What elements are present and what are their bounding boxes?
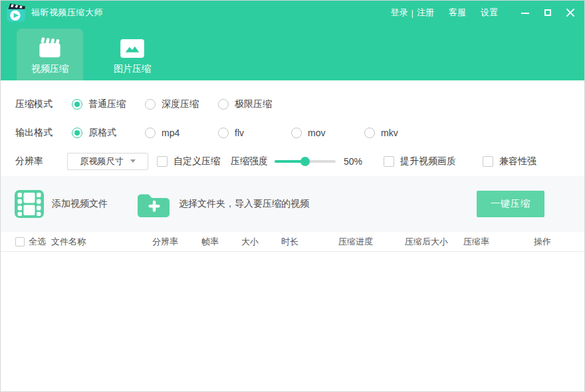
maximize-button[interactable] — [543, 8, 552, 17]
radio-option-normal-compression[interactable]: 普通压缩 — [72, 98, 145, 110]
register-link[interactable]: 注册 — [417, 7, 434, 19]
strength-value: 50% — [344, 156, 366, 167]
close-button[interactable] — [566, 8, 575, 17]
add-folder-button[interactable]: 选择文件夹，导入要压缩的视频 — [136, 189, 309, 219]
film-strip-icon — [14, 189, 45, 219]
title-bar: 福昕视频压缩大师 登录 | 注册 客服 设置 — [1, 1, 584, 25]
radio-icon[interactable] — [364, 128, 375, 138]
tab-label: 图片压缩 — [114, 63, 151, 75]
radio-option-mp4[interactable]: mp4 — [145, 128, 218, 138]
radio-icon[interactable] — [72, 128, 82, 138]
select-all-label: 全选 — [29, 236, 46, 248]
output-format-label: 输出格式 — [15, 127, 72, 139]
app-logo-icon — [6, 2, 26, 23]
strength-slider-handle[interactable] — [300, 157, 310, 166]
compression-mode-label: 压缩模式 — [15, 98, 72, 110]
resolution-row: 分辨率 原视频尺寸 自定义压缩 压缩强度 50% 提升视频画质 — [1, 147, 584, 175]
column-duration: 时长 — [281, 236, 298, 248]
folder-plus-icon — [136, 189, 172, 219]
minimize-button[interactable] — [521, 8, 530, 17]
minimize-icon — [521, 13, 529, 14]
chevron-down-icon — [130, 159, 136, 163]
radio-icon[interactable] — [145, 99, 156, 110]
add-folder-label: 选择文件夹，导入要压缩的视频 — [179, 198, 309, 210]
column-action: 操作 — [534, 236, 551, 248]
column-filename: 文件名称 — [51, 236, 86, 248]
app-title: 福昕视频压缩大师 — [31, 7, 103, 19]
settings-panel: 压缩模式 普通压缩 深度压缩 极限压缩 输出格式 原格式 mp4 — [1, 80, 584, 175]
settings-link[interactable]: 设置 — [481, 7, 498, 19]
clapperboard-icon — [37, 37, 62, 58]
checkbox-icon[interactable] — [384, 156, 394, 167]
import-band: 添加视频文件 选择文件夹，导入要压缩的视频 一键压缩 — [1, 176, 584, 232]
strength-slider[interactable] — [275, 160, 336, 163]
image-icon — [120, 37, 145, 58]
select-all-checkbox[interactable] — [15, 237, 25, 246]
file-table-header: 全选 文件名称 分辨率 帧率 大小 时长 压缩进度 压缩后大小 压缩率 操作 — [1, 232, 584, 252]
tab-bar: 视频压缩 图片压缩 — [1, 25, 584, 80]
radio-option-original-format[interactable]: 原格式 — [72, 127, 145, 139]
column-size: 大小 — [241, 236, 259, 248]
login-register-divider: | — [411, 8, 413, 18]
tab-video-compression[interactable]: 视频压缩 — [17, 29, 83, 80]
one-click-compress-button[interactable]: 一键压缩 — [477, 191, 544, 217]
file-table-body-empty — [1, 252, 584, 373]
resolution-label: 分辨率 — [15, 155, 67, 167]
app-window: 福昕视频压缩大师 登录 | 注册 客服 设置 — [0, 0, 585, 392]
radio-icon[interactable] — [218, 128, 229, 138]
checkbox-icon[interactable] — [483, 156, 493, 167]
radio-icon[interactable] — [218, 99, 229, 110]
radio-option-extreme-compression[interactable]: 极限压缩 — [218, 98, 291, 110]
radio-icon[interactable] — [291, 128, 302, 138]
radio-icon[interactable] — [72, 99, 82, 110]
radio-icon[interactable] — [145, 128, 156, 138]
custom-compression-checkbox[interactable]: 自定义压缩 — [157, 155, 220, 167]
compatibility-checkbox[interactable]: 兼容性强 — [483, 155, 536, 167]
radio-option-mov[interactable]: mov — [291, 128, 364, 138]
radio-option-deep-compression[interactable]: 深度压缩 — [145, 98, 218, 110]
output-format-row: 输出格式 原格式 mp4 flv mov mkv — [1, 118, 584, 147]
strength-slider-fill — [275, 160, 305, 163]
maximize-icon — [544, 9, 551, 16]
tab-label: 视频压缩 — [31, 63, 68, 75]
tab-image-compression[interactable]: 图片压缩 — [99, 29, 166, 80]
checkbox-icon[interactable] — [157, 156, 168, 167]
login-link[interactable]: 登录 — [391, 7, 408, 19]
column-size-after: 压缩后大小 — [405, 236, 448, 248]
resolution-dropdown[interactable]: 原视频尺寸 — [67, 153, 148, 170]
radio-option-mkv[interactable]: mkv — [364, 128, 437, 138]
strength-label: 压缩强度 — [231, 155, 268, 167]
column-ratio: 压缩率 — [463, 236, 489, 248]
resolution-dropdown-value: 原视频尺寸 — [80, 155, 124, 167]
add-video-files-button[interactable]: 添加视频文件 — [14, 189, 108, 219]
support-link[interactable]: 客服 — [449, 7, 466, 19]
compression-mode-row: 压缩模式 普通压缩 深度压缩 极限压缩 — [1, 90, 584, 118]
column-progress: 压缩进度 — [338, 236, 373, 248]
add-video-files-label: 添加视频文件 — [52, 198, 108, 210]
column-framerate: 帧率 — [201, 236, 219, 248]
radio-option-flv[interactable]: flv — [218, 128, 291, 138]
improve-quality-checkbox[interactable]: 提升视频画质 — [384, 155, 456, 167]
column-resolution: 分辨率 — [152, 236, 178, 248]
